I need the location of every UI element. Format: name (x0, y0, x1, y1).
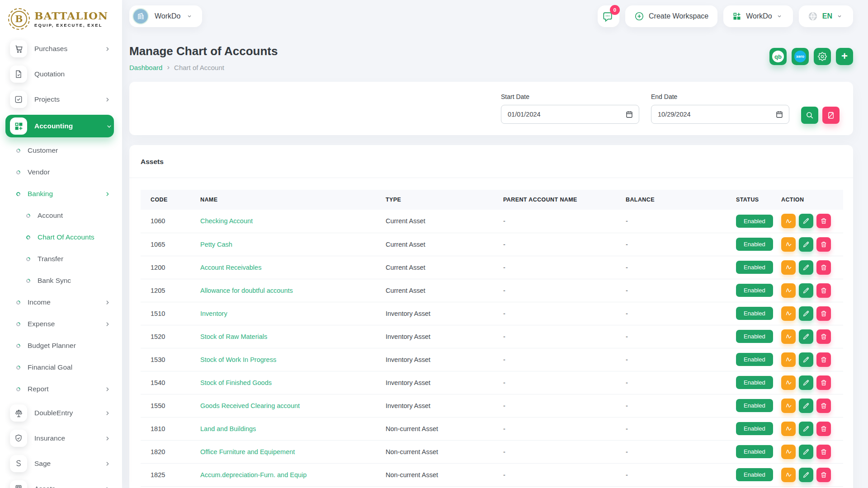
delete-button[interactable] (816, 283, 831, 298)
sidebar-item-chart-of-accounts[interactable]: Chart Of Accounts (6, 230, 112, 245)
sidebar-item-transfer[interactable]: Transfer (6, 251, 112, 267)
pulse-icon (785, 310, 793, 317)
sidebar-item-report[interactable]: Report (6, 381, 112, 397)
activity-button[interactable] (781, 445, 796, 459)
edit-button[interactable] (799, 306, 813, 321)
account-name-link[interactable]: Office Furniture and Equipement (200, 448, 295, 455)
activity-button[interactable] (781, 260, 796, 275)
edit-button[interactable] (799, 237, 813, 252)
sidebar-item-customer[interactable]: Customer (6, 143, 112, 158)
delete-button[interactable] (816, 399, 831, 413)
apply-filter-button[interactable] (801, 107, 818, 124)
account-name-link[interactable]: Goods Received Clearing account (200, 402, 300, 409)
activity-button[interactable] (781, 375, 796, 390)
insurance-icon (10, 430, 27, 447)
delete-button[interactable] (816, 306, 831, 321)
delete-button[interactable] (816, 329, 831, 344)
delete-button[interactable] (816, 260, 831, 275)
account-name-link[interactable]: Inventory (200, 310, 227, 317)
chevron-right-icon (104, 410, 110, 416)
sidebar-item-purchases[interactable]: Purchases (6, 39, 112, 59)
sidebar-item-assets[interactable]: Assets (6, 479, 112, 488)
delete-button[interactable] (816, 375, 831, 390)
account-name-link[interactable]: Petty Cash (200, 241, 232, 248)
activity-button[interactable] (781, 237, 796, 252)
edit-button[interactable] (799, 283, 813, 298)
breadcrumb-dashboard-link[interactable]: Dashboard (129, 64, 162, 71)
start-date-input[interactable] (501, 105, 639, 123)
sidebar-item-financial-goal[interactable]: Financial Goal (6, 360, 112, 375)
edit-button[interactable] (799, 375, 813, 390)
language-selector[interactable]: EN (799, 5, 853, 27)
activity-button[interactable] (781, 214, 796, 228)
account-name-link[interactable]: Checking Account (200, 217, 253, 225)
workspace-selector[interactable]: WorkDo (129, 5, 202, 27)
edit-button[interactable] (799, 468, 813, 482)
activity-button[interactable] (781, 399, 796, 413)
sidebar-item-insurance[interactable]: Insurance (6, 428, 112, 448)
add-account-button[interactable]: + (836, 48, 853, 65)
account-name-link[interactable]: Stock of Finished Goods (200, 379, 272, 386)
activity-button[interactable] (781, 422, 796, 436)
create-workspace-button[interactable]: Create Workspace (625, 5, 717, 27)
delete-button[interactable] (816, 352, 831, 367)
end-date-input[interactable] (651, 105, 789, 123)
account-name-link[interactable]: Accum.depreciation-Furn. and Equip (200, 471, 307, 479)
activity-button[interactable] (781, 283, 796, 298)
sidebar-item-income[interactable]: Income (6, 295, 112, 310)
delete-button[interactable] (816, 422, 831, 436)
sidebar-item-banking[interactable]: Banking (6, 186, 112, 202)
table-row: 1825 Accum.depreciation-Furn. and Equip … (141, 463, 843, 486)
sidebar-item-projects[interactable]: Projects (6, 89, 112, 109)
sidebar-item-bank-sync[interactable]: Bank Sync (6, 273, 112, 288)
activity-button[interactable] (781, 306, 796, 321)
sidebar-item-quotation[interactable]: Quotation (6, 64, 112, 84)
calendar-slash-icon (827, 111, 835, 119)
edit-button[interactable] (799, 399, 813, 413)
account-name-link[interactable]: Stock of Work In Progress (200, 356, 276, 363)
sidebar-item-account[interactable]: Account (6, 208, 112, 223)
edit-button[interactable] (799, 260, 813, 275)
chevron-right-icon (104, 386, 110, 392)
account-name-link[interactable]: Stock of Raw Materials (200, 333, 267, 340)
calendar-icon[interactable] (625, 110, 633, 120)
assets-icon (10, 480, 27, 488)
sidebar-item-label: Expense (28, 320, 104, 328)
bullet-icon (25, 235, 31, 240)
trash-icon (820, 379, 827, 386)
edit-button[interactable] (799, 445, 813, 459)
delete-button[interactable] (816, 468, 831, 482)
workdo-menu-button[interactable]: WorkDo (723, 5, 793, 27)
bullet-icon (25, 213, 31, 219)
sidebar-item-accounting[interactable]: Accounting (5, 115, 114, 137)
activity-button[interactable] (781, 352, 796, 367)
delete-button[interactable] (816, 214, 831, 228)
edit-button[interactable] (799, 352, 813, 367)
delete-button[interactable] (816, 445, 831, 459)
account-name-link[interactable]: Allowance for doubtful accounts (200, 287, 293, 294)
account-name-link[interactable]: Land and Buildings (200, 425, 256, 432)
messages-button[interactable]: 0 (598, 5, 619, 27)
settings-button[interactable] (814, 48, 831, 65)
sidebar-item-budget-planner[interactable]: Budget Planner (6, 338, 112, 353)
sidebar-item-vendor[interactable]: Vendor (6, 164, 112, 180)
delete-button[interactable] (816, 237, 831, 252)
parent-account-name: - (503, 356, 505, 363)
reset-filter-button[interactable] (822, 107, 840, 124)
xero-button[interactable]: xero (792, 48, 809, 65)
account-name-link[interactable]: Account Receivables (200, 264, 261, 271)
sidebar-item-label: Report (28, 385, 104, 393)
sidebar-item-doubleentry[interactable]: DoubleEntry (6, 403, 112, 423)
quickbooks-button[interactable]: qb (769, 48, 787, 65)
calendar-icon[interactable] (775, 110, 783, 120)
edit-button[interactable] (799, 422, 813, 436)
sidebar-item-label: Assets (34, 485, 104, 488)
activity-button[interactable] (781, 468, 796, 482)
sidebar-item-expense[interactable]: Expense (6, 316, 112, 332)
parent-account-name: - (503, 402, 505, 409)
edit-button[interactable] (799, 214, 813, 228)
sidebar-item-sage[interactable]: Sage (6, 454, 112, 474)
brand-monogram: B (11, 11, 27, 27)
activity-button[interactable] (781, 329, 796, 344)
edit-button[interactable] (799, 329, 813, 344)
